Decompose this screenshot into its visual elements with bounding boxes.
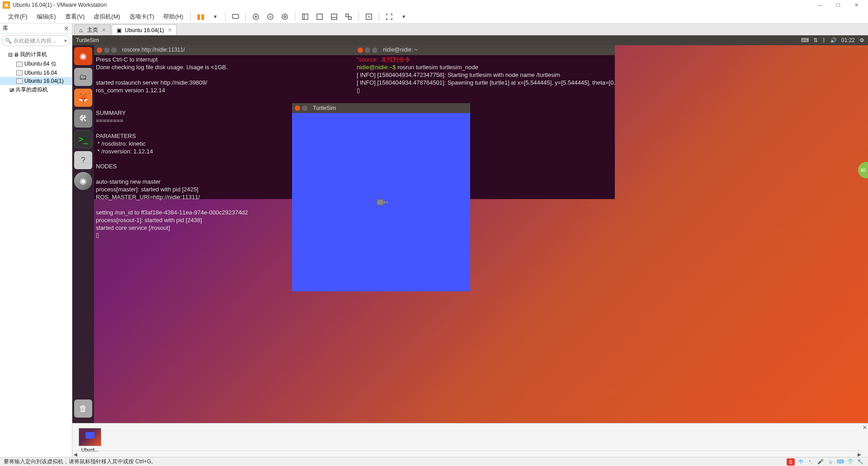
svg-point-17 bbox=[377, 204, 379, 206]
term-output: "source: 未找到命令 nidie@nidie:~$ rosrun tur… bbox=[355, 55, 615, 95]
turtlesim-close-icon[interactable] bbox=[295, 105, 300, 111]
pause-button[interactable]: ▮▮ bbox=[194, 11, 207, 22]
unity-launcher: ◉ 🗂 🦊 🛠 >_ ? ◉ 🗑 bbox=[72, 45, 94, 423]
tree-vm-item[interactable]: Ubuntu 16.04 bbox=[0, 69, 72, 77]
svg-point-16 bbox=[377, 199, 379, 201]
snapshot-manage-button[interactable] bbox=[278, 11, 291, 22]
window-titlebar: ▣ Ubuntu 16.04(1) - VMware Workstation —… bbox=[0, 0, 868, 10]
topbar-title: TurtleSim bbox=[76, 37, 99, 43]
tray-punct-icon[interactable]: °, bbox=[807, 458, 815, 466]
layout-single-button[interactable] bbox=[299, 11, 311, 22]
turtlesim-window[interactable]: TurtleSim bbox=[292, 103, 470, 291]
send-ctrl-alt-del-button[interactable] bbox=[229, 11, 242, 22]
tray-lang-icon[interactable]: 中 bbox=[797, 458, 805, 466]
maximize-button[interactable]: ☐ bbox=[829, 0, 847, 10]
menu-help[interactable]: 帮助(H) bbox=[159, 11, 188, 23]
svg-rect-7 bbox=[317, 14, 322, 19]
tray-ime-icon[interactable]: S bbox=[787, 458, 795, 466]
scroll-left-button[interactable]: ◀ bbox=[72, 451, 79, 457]
svg-rect-8 bbox=[331, 14, 337, 19]
svg-point-3 bbox=[282, 14, 288, 19]
launcher-firefox[interactable]: 🦊 bbox=[74, 89, 92, 107]
menu-view[interactable]: 查看(V) bbox=[61, 11, 89, 23]
tab-home[interactable]: ⌂ 主页 ✕ bbox=[74, 24, 111, 35]
layout-thumb-button[interactable] bbox=[328, 11, 340, 22]
library-search[interactable]: 🔍 在此处键入内容... ▾ bbox=[2, 35, 70, 46]
layout-unity-button[interactable] bbox=[342, 11, 355, 22]
tree-my-computer[interactable]: ⊟ 🖥我的计算机 bbox=[0, 50, 72, 59]
term-min-icon[interactable] bbox=[104, 48, 109, 53]
bluetooth-icon[interactable]: ᛒ bbox=[822, 37, 826, 43]
network-icon[interactable]: ⇅ bbox=[813, 37, 818, 43]
settings-gear-icon[interactable]: ⚙ bbox=[859, 37, 864, 43]
volume-icon[interactable]: 🔊 bbox=[830, 37, 837, 43]
tree-shared-vms[interactable]: 🖳共享的虚拟机 bbox=[0, 85, 72, 95]
tree-vm-item[interactable]: Ubuntu 64 位 bbox=[0, 59, 72, 69]
ubuntu-topbar: TurtleSim ⌨ ⇅ ᛒ 🔊 01:22 ⚙ bbox=[72, 35, 868, 45]
term-title: roscore http://nidie:11311/ bbox=[122, 47, 185, 54]
launcher-dvd[interactable]: ◉ bbox=[74, 172, 92, 190]
menu-edit[interactable]: 编辑(E) bbox=[32, 11, 61, 23]
svg-point-14 bbox=[383, 201, 386, 204]
tray-person-icon[interactable]: 👕 bbox=[846, 458, 854, 466]
launcher-help[interactable]: ? bbox=[74, 151, 92, 169]
launcher-terminal[interactable]: >_ bbox=[74, 130, 92, 148]
tray-keyboard-icon[interactable]: ⌨ bbox=[836, 458, 844, 466]
vm-icon: ▣ bbox=[117, 27, 123, 33]
tab-close-button[interactable]: ✕ bbox=[102, 27, 106, 33]
svg-rect-10 bbox=[346, 14, 349, 17]
turtle-sprite bbox=[375, 197, 387, 207]
launcher-settings[interactable]: 🛠 bbox=[74, 109, 92, 128]
launcher-trash[interactable]: 🗑 bbox=[74, 399, 92, 418]
guest-display[interactable]: TurtleSim ⌨ ⇅ ᛒ 🔊 01:22 ⚙ ◉ 🗂 🦊 🛠 >_ ? ◉ bbox=[72, 35, 868, 423]
turtlesim-min-icon[interactable] bbox=[302, 105, 307, 111]
tray-tool-icon[interactable]: 🔧 bbox=[856, 458, 864, 466]
tray-emoji-icon[interactable]: ☺ bbox=[826, 458, 835, 466]
bottom-scrollbar[interactable]: ◀ ▶ bbox=[72, 451, 863, 457]
library-title: 库 bbox=[3, 24, 8, 32]
keyboard-indicator-icon[interactable]: ⌨ bbox=[801, 37, 809, 43]
menu-file[interactable]: 文件(F) bbox=[4, 11, 32, 23]
turtlesim-canvas[interactable] bbox=[292, 113, 470, 291]
menu-vm[interactable]: 虚拟机(M) bbox=[89, 11, 125, 23]
vm-thumbnail-image bbox=[79, 428, 101, 446]
bottom-thumb-panel: ✕ Ubunt... ◀ ▶ bbox=[72, 423, 868, 457]
term-close-icon[interactable] bbox=[358, 48, 363, 53]
svg-point-18 bbox=[382, 199, 383, 201]
home-icon: ⌂ bbox=[79, 27, 85, 33]
stretch-button[interactable] bbox=[383, 11, 396, 22]
status-hint: 要将输入定向到该虚拟机，请将鼠标指针移入其中或按 Ctrl+G。 bbox=[4, 458, 156, 466]
vm-tabs: ⌂ 主页 ✕ ▣ Ubuntu 16.04(1) ✕ bbox=[72, 24, 868, 35]
menu-tabs[interactable]: 选项卡(T) bbox=[125, 11, 159, 23]
term-title: nidie@nidie: ~ bbox=[383, 47, 418, 54]
snapshot-take-button[interactable] bbox=[250, 11, 262, 22]
menubar: 文件(F) 编辑(E) 查看(V) 虚拟机(M) 选项卡(T) 帮助(H) ▮▮… bbox=[0, 10, 868, 24]
minimize-button[interactable]: — bbox=[811, 0, 829, 10]
launcher-files[interactable]: 🗂 bbox=[74, 68, 92, 86]
stretch-dropdown[interactable]: ▾ bbox=[397, 11, 410, 22]
tray-mic-icon[interactable]: 🎤 bbox=[816, 458, 825, 466]
side-badge[interactable]: 40 bbox=[858, 162, 868, 178]
term-close-icon[interactable] bbox=[97, 48, 102, 53]
fullscreen-button[interactable] bbox=[363, 11, 375, 22]
svg-rect-5 bbox=[302, 14, 308, 19]
library-close-button[interactable]: ✕ bbox=[64, 25, 69, 32]
snapshot-revert-button[interactable] bbox=[264, 11, 277, 22]
vmware-icon: ▣ bbox=[3, 1, 10, 9]
clock-text[interactable]: 01:22 bbox=[841, 37, 855, 43]
close-button[interactable]: ✕ bbox=[847, 0, 865, 10]
launcher-dash[interactable]: ◉ bbox=[74, 47, 92, 65]
vm-thumbnail[interactable]: Ubunt... bbox=[74, 428, 106, 452]
turtlesim-title: TurtleSim bbox=[313, 105, 336, 111]
layout-tabs-button[interactable] bbox=[313, 11, 326, 22]
tree-vm-item-selected[interactable]: Ubuntu 16.04(1) bbox=[0, 77, 72, 85]
tab-vm[interactable]: ▣ Ubuntu 16.04(1) ✕ bbox=[112, 24, 177, 35]
bottom-panel-close-button[interactable]: ✕ bbox=[863, 424, 867, 431]
term-min-icon[interactable] bbox=[365, 48, 370, 53]
term-max-icon[interactable] bbox=[372, 48, 377, 53]
scroll-right-button[interactable]: ▶ bbox=[856, 451, 863, 457]
search-icon: 🔍 bbox=[5, 38, 12, 44]
pause-dropdown[interactable]: ▾ bbox=[209, 11, 222, 22]
tab-close-button[interactable]: ✕ bbox=[168, 27, 172, 33]
term-max-icon[interactable] bbox=[111, 48, 117, 53]
